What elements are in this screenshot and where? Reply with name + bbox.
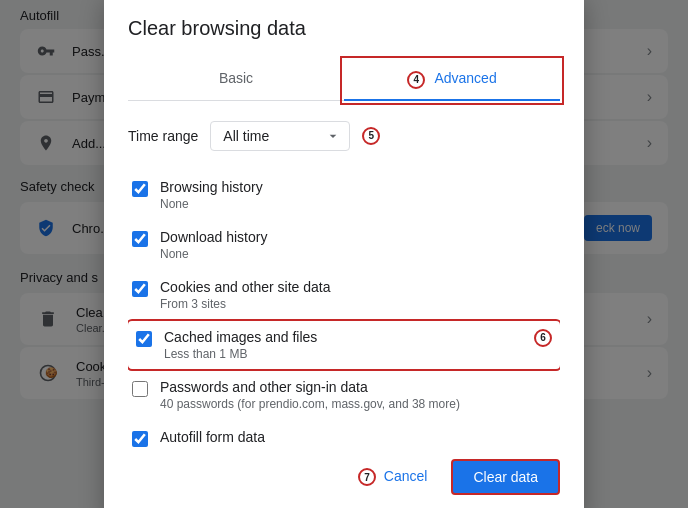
browsing-history-label: Browsing history	[160, 179, 556, 195]
autofill-texts: Autofill form data	[160, 429, 556, 447]
browsing-history-sublabel: None	[160, 197, 556, 211]
passwords-row: Passwords and other sign-in data 40 pass…	[128, 371, 560, 419]
passwords-label: Passwords and other sign-in data	[160, 379, 556, 395]
download-history-row: Download history None	[128, 221, 560, 269]
download-history-sublabel: None	[160, 247, 556, 261]
cancel-badge: 7	[358, 468, 376, 486]
cookies-label: Cookies and other site data	[160, 279, 556, 295]
cached-images-row: Cached images and files Less than 1 MB 6	[128, 321, 560, 369]
cached-images-label: Cached images and files	[164, 329, 522, 345]
browsing-history-checkbox[interactable]	[132, 181, 148, 197]
download-history-texts: Download history None	[160, 229, 556, 261]
tab-advanced-badge: 4	[407, 71, 425, 89]
time-range-badge: 5	[362, 127, 380, 145]
modal-actions: 7 Cancel Clear data	[128, 459, 560, 495]
modal-dialog: Clear browsing data Basic 4 Advanced Tim…	[104, 0, 584, 508]
tab-advanced[interactable]: 4 Advanced	[344, 60, 560, 101]
tab-basic-label: Basic	[219, 70, 253, 86]
passwords-checkbox[interactable]	[132, 381, 148, 397]
cookies-sublabel: From 3 sites	[160, 297, 556, 311]
download-history-checkbox[interactable]	[132, 231, 148, 247]
cached-images-checkbox[interactable]	[136, 331, 152, 347]
download-history-label: Download history	[160, 229, 556, 245]
clear-data-button[interactable]: Clear data	[451, 459, 560, 495]
cookies-texts: Cookies and other site data From 3 sites	[160, 279, 556, 311]
passwords-texts: Passwords and other sign-in data 40 pass…	[160, 379, 556, 411]
time-range-row: Time range Last hour Last 24 hours Last …	[128, 121, 560, 151]
cached-images-texts: Cached images and files Less than 1 MB	[164, 329, 522, 361]
tabs-container: Basic 4 Advanced	[128, 60, 560, 101]
checkbox-scroll-area[interactable]: Browsing history None Download history N…	[128, 171, 560, 451]
cached-images-sublabel: Less than 1 MB	[164, 347, 522, 361]
autofill-row: Autofill form data	[128, 421, 560, 451]
browsing-history-texts: Browsing history None	[160, 179, 556, 211]
modal-title: Clear browsing data	[128, 17, 560, 40]
cached-images-badge: 6	[534, 329, 552, 347]
cancel-button[interactable]: 7 Cancel	[342, 460, 443, 495]
cookies-checkbox[interactable]	[132, 281, 148, 297]
clear-data-label: Clear data	[473, 469, 538, 485]
modal-overlay: Clear browsing data Basic 4 Advanced Tim…	[0, 0, 688, 508]
browsing-history-row: Browsing history None	[128, 171, 560, 219]
autofill-label: Autofill form data	[160, 429, 556, 445]
time-range-select[interactable]: Last hour Last 24 hours Last 7 days Last…	[210, 121, 350, 151]
time-range-label: Time range	[128, 128, 198, 144]
passwords-sublabel: 40 passwords (for prendio.com, mass.gov,…	[160, 397, 556, 411]
cookies-row: Cookies and other site data From 3 sites	[128, 271, 560, 319]
cancel-label: Cancel	[384, 468, 428, 484]
tab-advanced-label: Advanced	[434, 70, 496, 86]
checkbox-list: Browsing history None Download history N…	[128, 171, 560, 451]
tab-basic[interactable]: Basic	[128, 60, 344, 100]
autofill-checkbox[interactable]	[132, 431, 148, 447]
